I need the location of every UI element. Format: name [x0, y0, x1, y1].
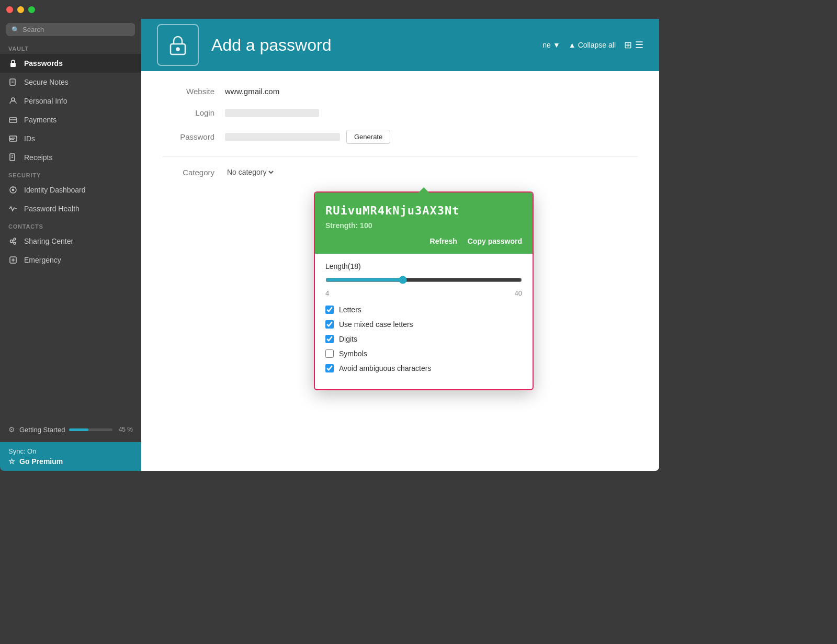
- password-row: Password Generate: [162, 130, 638, 144]
- range-max: 40: [515, 289, 522, 297]
- main-content: Add a password ne ▼ ▲ Collapse all ⊞ ☰: [141, 19, 659, 471]
- popup-settings: Length(18) 4 40 Letters: [315, 254, 533, 389]
- health-icon: [8, 204, 18, 213]
- svg-point-18: [14, 238, 16, 240]
- length-slider[interactable]: [325, 276, 522, 284]
- sidebar-bottom: ⚙ Getting Started 45 % Sync: On ☆ Go: [0, 420, 141, 471]
- ids-label: IDs: [24, 134, 35, 143]
- search-bar: 🔍: [0, 19, 141, 40]
- refresh-button[interactable]: Refresh: [430, 237, 457, 245]
- grid-view-button[interactable]: ⊞: [624, 39, 632, 51]
- dropdown-arrow: ▼: [553, 41, 560, 49]
- person-icon: [8, 96, 18, 106]
- letters-checkbox[interactable]: [325, 306, 334, 314]
- sync-label: Sync: On: [8, 447, 36, 455]
- security-section-label: SECURITY: [0, 167, 141, 180]
- copy-password-button[interactable]: Copy password: [468, 237, 522, 245]
- minimize-button[interactable]: [17, 6, 24, 13]
- popup-generated-section: RUivuMR4kNju3AX3Nt Strength: 100 Refresh…: [315, 193, 533, 254]
- premium-label: Go Premium: [19, 457, 63, 466]
- progress-label: 45 %: [119, 426, 133, 433]
- sidebar-item-emergency[interactable]: Emergency: [0, 251, 141, 269]
- password-field-row: Generate: [225, 130, 390, 144]
- svg-line-20: [13, 240, 14, 241]
- generate-button[interactable]: Generate: [346, 130, 390, 144]
- password-label: Password: [162, 132, 214, 141]
- app-window: 🔍 VAULT Passwords Secure Notes: [0, 0, 659, 471]
- category-row: Category No category: [162, 167, 638, 177]
- avoid-ambiguous-checkbox-item: Avoid ambiguous characters: [325, 364, 522, 372]
- sidebar-item-passwords[interactable]: Passwords: [0, 54, 141, 73]
- progress-bar-track: [69, 428, 112, 431]
- sharing-center-label: Sharing Center: [24, 237, 73, 245]
- svg-point-15: [13, 189, 14, 191]
- popup-arrow: [418, 187, 429, 193]
- website-label: Website: [162, 87, 214, 96]
- search-input[interactable]: [22, 26, 130, 33]
- svg-point-4: [12, 98, 15, 101]
- list-view-button[interactable]: ☰: [635, 39, 643, 51]
- avoid-ambiguous-checkbox[interactable]: [325, 364, 334, 372]
- titlebar: [0, 0, 659, 19]
- passwords-label: Passwords: [24, 59, 63, 67]
- maximize-button[interactable]: [28, 6, 35, 13]
- category-select[interactable]: No category: [225, 167, 275, 177]
- svg-rect-1: [10, 79, 15, 85]
- sidebar-item-secure-notes[interactable]: Secure Notes: [0, 73, 141, 92]
- app-body: 🔍 VAULT Passwords Secure Notes: [0, 19, 659, 471]
- range-min: 4: [325, 289, 329, 297]
- sidebar-item-payments[interactable]: Payments: [0, 110, 141, 129]
- sidebar-item-receipts[interactable]: Receipts: [0, 148, 141, 167]
- secure-notes-label: Secure Notes: [24, 78, 69, 86]
- sidebar-item-identity-dashboard[interactable]: Identity Dashboard: [0, 180, 141, 199]
- emergency-icon: [8, 255, 18, 265]
- sidebar-item-sharing-center[interactable]: Sharing Center: [0, 232, 141, 251]
- symbols-label: Symbols: [339, 349, 367, 358]
- main-header: Add a password ne ▼ ▲ Collapse all ⊞ ☰: [141, 19, 659, 71]
- symbols-checkbox[interactable]: [325, 349, 334, 358]
- collapse-button[interactable]: ▲ Collapse all: [569, 41, 616, 49]
- strength-label: Strength: 100: [325, 221, 522, 230]
- digits-label: Digits: [339, 335, 357, 343]
- digits-checkbox[interactable]: [325, 335, 334, 343]
- progress-bar-fill: [69, 428, 88, 431]
- mixed-case-label: Use mixed case letters: [339, 320, 413, 329]
- close-button[interactable]: [6, 6, 13, 13]
- id-icon: [8, 134, 18, 143]
- length-label: Length(18): [325, 262, 522, 270]
- view-icons: ⊞ ☰: [624, 39, 643, 51]
- letters-label: Letters: [339, 306, 361, 314]
- login-label: Login: [162, 108, 214, 117]
- sync-bar: Sync: On ☆ Go Premium: [0, 442, 141, 471]
- page-title: Add a password: [211, 36, 530, 55]
- getting-started: ⚙ Getting Started 45 %: [0, 420, 141, 442]
- header-actions: ne ▼ ▲ Collapse all ⊞ ☰: [542, 39, 643, 51]
- symbols-checkbox-item: Symbols: [325, 349, 522, 358]
- form-area: Website www.gmail.com Login Password Gen…: [141, 71, 659, 471]
- search-wrap[interactable]: 🔍: [6, 23, 135, 36]
- premium-row[interactable]: ☆ Go Premium: [8, 457, 133, 466]
- receipt-icon: [8, 153, 18, 162]
- receipts-label: Receipts: [24, 153, 52, 162]
- sidebar-item-ids[interactable]: IDs: [0, 129, 141, 148]
- header-dropdown[interactable]: ne ▼: [542, 41, 560, 49]
- gear-icon: ⚙: [8, 425, 15, 434]
- digits-checkbox-item: Digits: [325, 335, 522, 343]
- website-value: www.gmail.com: [225, 87, 279, 96]
- star-icon: ☆: [8, 457, 15, 466]
- svg-point-26: [177, 48, 179, 51]
- generated-password-text: RUivuMR4kNju3AX3Nt: [325, 204, 522, 217]
- dropdown-label: ne: [542, 41, 551, 49]
- svg-point-10: [10, 138, 12, 140]
- search-icon: 🔍: [12, 26, 19, 33]
- note-icon: [8, 77, 18, 87]
- sidebar-item-personal-info[interactable]: Personal Info: [0, 92, 141, 110]
- avoid-ambiguous-label: Avoid ambiguous characters: [339, 364, 431, 372]
- login-value-blurred: [225, 109, 319, 117]
- mixed-case-checkbox[interactable]: [325, 320, 334, 329]
- sharing-icon: [8, 236, 18, 246]
- svg-rect-7: [9, 136, 17, 141]
- sidebar-item-password-health[interactable]: Password Health: [0, 199, 141, 218]
- getting-started-label: Getting Started: [19, 426, 65, 434]
- lock-icon: [8, 59, 18, 68]
